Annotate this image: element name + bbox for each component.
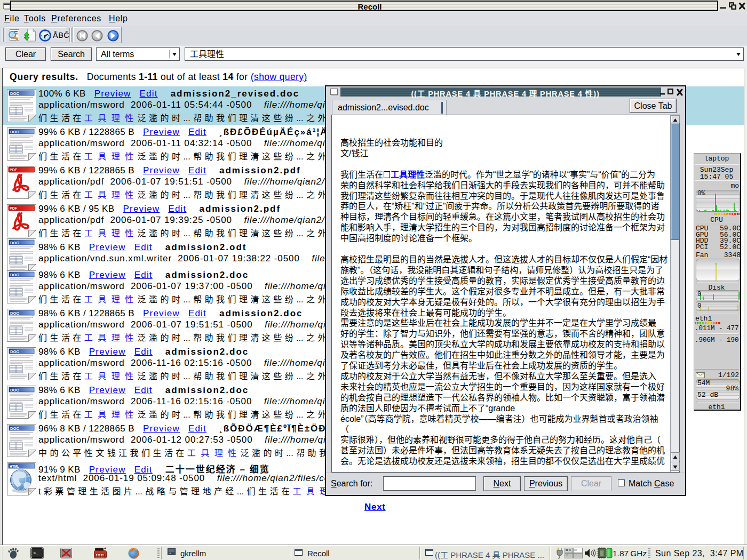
svg-text:PDF: PDF [10,206,18,210]
svg-text:PDF: PDF [10,168,18,172]
svg-text:DOC: DOC [10,388,19,393]
svg-text:DOC: DOC [10,311,19,316]
svg-text:DOC: DOC [10,349,19,354]
svg-text:>_: >_ [33,551,39,556]
svg-text:HTML: HTML [10,465,19,468]
svg-text:DOC: DOC [10,130,19,134]
svg-text:DOC: DOC [10,273,19,277]
svg-text:DOC: DOC [10,241,19,245]
svg-text:DOC: DOC [10,91,19,96]
svg-text:DOC: DOC [10,426,19,431]
